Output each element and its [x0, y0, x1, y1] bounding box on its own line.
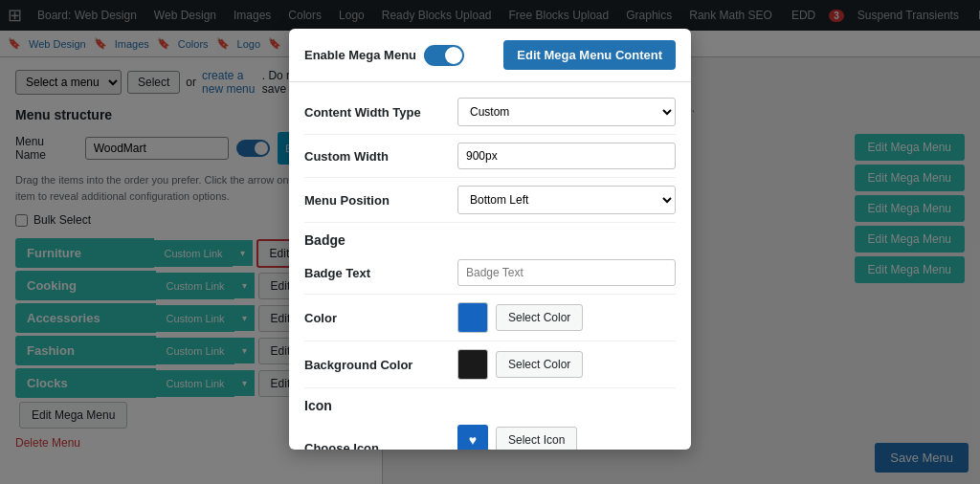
menu-position-label: Menu Position	[304, 193, 457, 208]
modal-mega-menu: Enable Mega Menu Edit Mega Menu Content …	[289, 29, 691, 450]
color-label: Color	[304, 311, 457, 325]
choose-icon-select-btn[interactable]: Select Icon	[496, 427, 577, 450]
custom-width-input[interactable]	[457, 143, 676, 169]
icon-preview-box[interactable]: ♥	[457, 425, 488, 450]
modal-body: Content Width Type Custom Custom Width M…	[289, 82, 691, 450]
enable-mega-label: Enable Mega Menu	[304, 48, 416, 62]
bg-color-select-btn[interactable]: Select Color	[496, 351, 583, 378]
content-width-type-row: Content Width Type Custom	[304, 90, 676, 135]
badge-section-label: Badge	[304, 223, 676, 252]
custom-width-label: Custom Width	[304, 149, 457, 164]
badge-color-swatch[interactable]	[457, 302, 488, 333]
badge-text-row: Badge Text	[304, 252, 676, 295]
badge-color-select-btn[interactable]: Select Color	[496, 304, 583, 331]
choose-icon-label: Choose Icon	[304, 441, 457, 451]
menu-position-value: Bottom Left	[457, 186, 676, 214]
content-width-type-label: Content Width Type	[304, 105, 457, 120]
enable-mega-toggle[interactable]	[424, 45, 464, 66]
menu-position-row: Menu Position Bottom Left	[304, 178, 676, 223]
content-width-type-select[interactable]: Custom	[457, 98, 676, 126]
bg-color-label: Background Color	[304, 358, 457, 372]
modal-header: Enable Mega Menu Edit Mega Menu Content	[289, 29, 691, 82]
badge-text-input[interactable]	[457, 259, 676, 286]
color-row: Color Select Color	[304, 295, 676, 341]
icon-section-label: Icon	[304, 388, 676, 417]
choose-icon-row: Choose Icon ♥ Select Icon RESET ICON	[304, 417, 676, 450]
content-width-type-value: Custom	[457, 98, 676, 126]
enable-mega-row: Enable Mega Menu	[304, 45, 464, 66]
color-value: Select Color	[457, 302, 676, 333]
badge-text-label: Badge Text	[304, 266, 457, 280]
edit-mega-content-button[interactable]: Edit Mega Menu Content	[503, 40, 676, 70]
choose-icon-value: ♥ Select Icon RESET ICON	[457, 425, 676, 450]
custom-width-row: Custom Width	[304, 135, 676, 178]
badge-text-value	[457, 259, 676, 286]
bg-color-value: Select Color	[457, 349, 676, 380]
bg-color-row: Background Color Select Color	[304, 341, 676, 388]
modal-overlay[interactable]: Enable Mega Menu Edit Mega Menu Content …	[0, 0, 980, 484]
heart-icon: ♥	[469, 432, 477, 448]
custom-width-value	[457, 143, 676, 169]
bg-color-swatch[interactable]	[457, 349, 488, 380]
menu-position-select[interactable]: Bottom Left	[457, 186, 676, 214]
